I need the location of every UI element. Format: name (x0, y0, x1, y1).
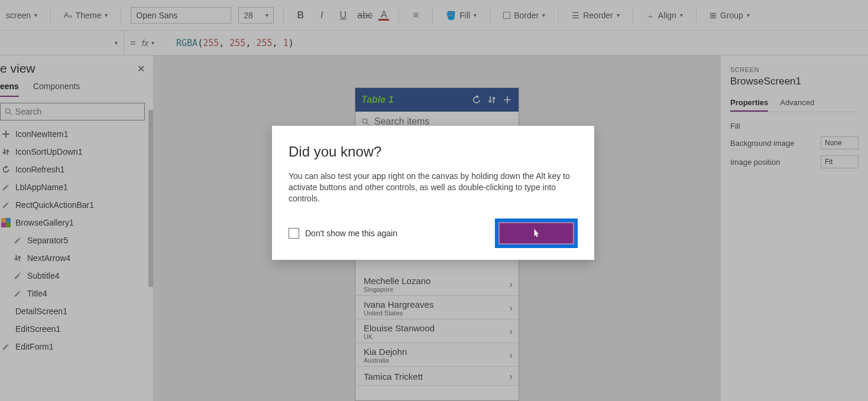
did-you-know-dialog: Did you know? You can also test your app… (272, 126, 594, 260)
cursor-icon (530, 227, 542, 239)
checkbox-icon (289, 228, 299, 239)
ok-button[interactable] (495, 219, 578, 248)
dialog-title: Did you know? (289, 144, 578, 160)
dialog-body: You can also test your app right on the … (289, 171, 578, 204)
dont-show-checkbox[interactable]: Don't show me this again (289, 228, 397, 239)
